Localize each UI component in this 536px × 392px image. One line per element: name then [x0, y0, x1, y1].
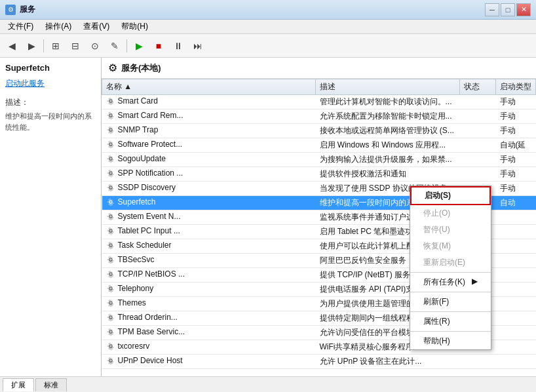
- minimize-button[interactable]: ─: [485, 3, 499, 16]
- table-row[interactable]: Smart Card管理此计算机对智能卡的取读访问。...手动: [102, 95, 536, 109]
- play-button[interactable]: ▶: [130, 37, 148, 55]
- menu-item[interactable]: 文件(F): [3, 20, 39, 33]
- service-startup-cell: 手动: [496, 182, 536, 196]
- service-name-cell: Themes: [102, 297, 316, 311]
- menu-item[interactable]: 操作(A): [40, 20, 77, 33]
- service-desc-cell: 为搜狗输入法提供升级服务，如果禁...: [316, 153, 460, 167]
- service-startup-cell: [496, 239, 536, 254]
- edit-btn[interactable]: ✎: [105, 37, 124, 55]
- service-status-cell: [460, 109, 496, 124]
- service-name-cell: System Event N...: [102, 210, 316, 225]
- menu-item[interactable]: 查看(V): [78, 20, 115, 33]
- service-name-cell: Thread Orderin...: [102, 311, 316, 326]
- context-menu-separator: [410, 331, 491, 332]
- service-startup-cell: 手动: [496, 153, 536, 167]
- service-name-cell: Task Scheduler: [102, 239, 316, 254]
- service-startup-cell: [496, 225, 536, 239]
- table-row[interactable]: SogouUpdate为搜狗输入法提供升级服务，如果禁...手动: [102, 153, 536, 167]
- service-startup-cell: [496, 268, 536, 283]
- service-startup-cell: [496, 297, 536, 311]
- service-name-cell: txcoresrv: [102, 340, 316, 355]
- service-status-cell: [460, 355, 496, 369]
- view-btn-3[interactable]: ⊙: [86, 37, 104, 55]
- service-name-cell: TCP/IP NetBIOS ...: [102, 268, 316, 283]
- maximize-button[interactable]: □: [501, 3, 515, 16]
- context-menu-separator: [410, 292, 491, 292]
- context-menu-item[interactable]: 恢复(M): [410, 238, 491, 254]
- service-name-cell: Superfetch: [102, 196, 316, 210]
- title-controls: ─ □ ✕: [485, 3, 531, 16]
- service-icon: Tablet PC Input ...: [106, 226, 180, 235]
- service-status-cell: [460, 124, 496, 138]
- pause-button[interactable]: ⏸: [169, 37, 187, 55]
- service-icon: Thread Orderin...: [106, 313, 178, 322]
- service-name-cell: UPnP Device Host: [102, 355, 316, 369]
- service-startup-cell: [496, 355, 536, 369]
- left-panel-title: Superfetch: [5, 63, 96, 73]
- col-header-status[interactable]: 状态: [460, 79, 496, 95]
- table-row[interactable]: Software Protect...启用 Windows 和 Windows …: [102, 138, 536, 153]
- tab-expand[interactable]: 扩展: [3, 378, 34, 391]
- view-btn-2[interactable]: ⊟: [66, 37, 85, 55]
- service-desc-cell: 允许 UPnP 设备宿主在此计...: [316, 355, 460, 369]
- service-name-cell: Smart Card Rem...: [102, 109, 316, 124]
- service-desc-cell: 管理此计算机对智能卡的取读访问。...: [316, 95, 460, 109]
- panel-header: ⚙ 服务(本地): [102, 58, 536, 79]
- service-icon: SNMP Trap: [106, 125, 159, 134]
- panel-header-text: 服务(本地): [121, 62, 161, 74]
- right-panel: ⚙ 服务(本地) 名称 ▲ 描述 状态 启动类型 Smart Card管理此计算…: [102, 58, 536, 376]
- service-name-cell: Smart Card: [102, 95, 316, 109]
- restart-button[interactable]: ⏭: [189, 37, 207, 55]
- context-menu-item[interactable]: 启动(S): [410, 186, 491, 205]
- context-menu-item[interactable]: 停止(O): [410, 205, 491, 222]
- service-icon: SPP Notification ...: [106, 168, 183, 178]
- stop-button[interactable]: ■: [149, 37, 168, 55]
- panel-header-icon: ⚙: [108, 62, 117, 74]
- service-startup-cell: 自动(延: [496, 138, 536, 153]
- service-name-cell: SNMP Trap: [102, 124, 316, 138]
- context-menu-item[interactable]: 属性(R): [410, 313, 491, 330]
- table-row[interactable]: SNMP Trap接收本地或远程简单网络管理协议 (S...手动: [102, 124, 536, 138]
- col-header-desc[interactable]: 描述: [316, 79, 460, 95]
- service-name-cell: Software Protect...: [102, 138, 316, 153]
- start-service-link[interactable]: 启动此服务: [5, 79, 45, 88]
- toolbar-separator-2: [126, 39, 127, 52]
- service-name-cell: TPM Base Servic...: [102, 326, 316, 340]
- service-startup-cell: [496, 311, 536, 326]
- toolbar: ◀ ▶ ⊞ ⊟ ⊙ ✎ ▶ ■ ⏸ ⏭: [0, 34, 536, 58]
- context-menu-item[interactable]: 帮助(H): [410, 333, 491, 349]
- context-menu-item[interactable]: 刷新(F): [410, 294, 491, 310]
- service-icon: Task Scheduler: [106, 241, 172, 250]
- service-startup-cell: 手动: [496, 167, 536, 182]
- context-menu-item[interactable]: 所有任务(K): [410, 274, 491, 290]
- context-menu-item[interactable]: 重新启动(E): [410, 254, 491, 271]
- service-name-cell: SogouUpdate: [102, 153, 316, 167]
- col-header-name[interactable]: 名称 ▲: [102, 79, 316, 95]
- col-header-startup[interactable]: 启动类型: [496, 79, 536, 95]
- service-startup-cell: 手动: [496, 109, 536, 124]
- left-panel: Superfetch 启动此服务 描述： 维护和提高一段时间内的系统性能。: [0, 58, 102, 376]
- desc-text: 维护和提高一段时间内的系统性能。: [5, 111, 96, 132]
- service-icon: Software Protect...: [106, 140, 183, 149]
- table-row[interactable]: SPP Notification ...提供软件授权激活和通知手动: [102, 167, 536, 182]
- menu-item[interactable]: 帮助(H): [116, 20, 153, 33]
- tab-standard[interactable]: 标准: [35, 378, 67, 391]
- main-area: Superfetch 启动此服务 描述： 维护和提高一段时间内的系统性能。 ⚙ …: [0, 58, 536, 376]
- context-menu-separator: [410, 311, 491, 312]
- view-btn-1[interactable]: ⊞: [47, 37, 65, 55]
- service-status-cell: [460, 138, 496, 153]
- table-row[interactable]: UPnP Device Host允许 UPnP 设备宿主在此计...: [102, 355, 536, 369]
- context-menu-item[interactable]: 暂停(U): [410, 222, 491, 238]
- service-desc-cell: 允许系统配置为移除智能卡时锁定用...: [316, 109, 460, 124]
- forward-button[interactable]: ▶: [22, 37, 41, 55]
- table-row[interactable]: Smart Card Rem...允许系统配置为移除智能卡时锁定用...手动: [102, 109, 536, 124]
- close-button[interactable]: ✕: [516, 3, 531, 16]
- title-bar-left: ⚙ 服务: [5, 4, 35, 15]
- back-button[interactable]: ◀: [3, 37, 21, 55]
- service-startup-cell: 手动: [496, 124, 536, 138]
- service-icon: TPM Base Servic...: [106, 327, 185, 336]
- service-icon: Themes: [106, 298, 146, 307]
- window-title: 服务: [20, 4, 35, 15]
- service-status-cell: [460, 95, 496, 109]
- service-desc-cell: 启用 Windows 和 Windows 应用程...: [316, 138, 460, 153]
